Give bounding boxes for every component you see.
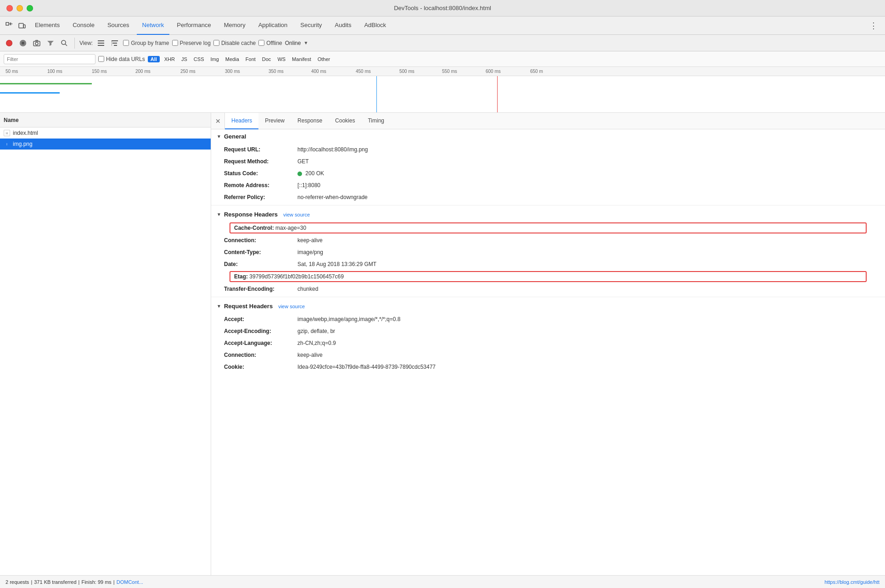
preserve-log-checkbox[interactable]: Preserve log — [172, 40, 211, 46]
request-headers-title: Request Headers — [224, 303, 273, 310]
inspect-icon[interactable] — [4, 20, 15, 31]
group-by-frame-checkbox[interactable]: Group by frame — [123, 40, 169, 46]
maximize-button[interactable] — [27, 5, 33, 11]
file-list-header: Name — [0, 113, 211, 128]
main-content: Name H index.html I img.png ✕ Headers Pr… — [0, 113, 885, 575]
right-link[interactable]: https://blog.cmt/guide/htt — [824, 579, 879, 585]
tick-350ms: 350 ms — [269, 69, 284, 74]
file-row-index[interactable]: H index.html — [0, 128, 211, 139]
status-code-row: Status Code: 200 OK — [211, 167, 885, 179]
tab-memory[interactable]: Memory — [218, 17, 251, 35]
request-url-row: Request URL: http://localhost:8080/img.p… — [211, 144, 885, 155]
timeline-ruler: 50 ms 100 ms 150 ms 200 ms 250 ms 300 ms… — [0, 67, 885, 76]
separator-2: | — [78, 579, 80, 585]
connection-row: Connection: keep-alive — [211, 234, 885, 246]
etag-highlighted-wrapper: Etag: 39799d57396f1bf02b9b1c1506457c69 — [220, 271, 876, 282]
online-dropdown-arrow[interactable]: ▼ — [303, 40, 308, 45]
search-button[interactable] — [59, 38, 70, 49]
filter-css[interactable]: CSS — [192, 55, 206, 63]
screenshot-button[interactable] — [31, 38, 42, 49]
separator-3: | — [113, 579, 115, 585]
tick-650ms: 650 m — [530, 69, 543, 74]
tick-400ms: 400 ms — [311, 69, 326, 74]
dom-content-link[interactable]: DOMCont... — [117, 579, 143, 585]
close-button[interactable] — [6, 5, 13, 11]
etag-row: Etag: 39799d57396f1bf02b9b1c1506457c69 — [230, 271, 867, 282]
file-list-panel: Name H index.html I img.png — [0, 113, 211, 575]
remote-address-row: Remote Address: [::1]:8080 — [211, 179, 885, 191]
tab-preview[interactable]: Preview — [258, 113, 291, 129]
response-view-source[interactable]: view source — [283, 212, 310, 217]
request-view-source[interactable]: view source — [278, 304, 305, 309]
svg-rect-11 — [114, 45, 117, 46]
filter-media[interactable]: Media — [224, 55, 241, 63]
filter-xhr[interactable]: XHR — [162, 55, 177, 63]
accept-row: Accept: image/webp,image/apng,image/*,*/… — [211, 313, 885, 325]
tab-performance[interactable]: Performance — [171, 17, 216, 35]
responsive-icon[interactable] — [17, 20, 28, 31]
tab-security[interactable]: Security — [295, 17, 327, 35]
tab-cookies[interactable]: Cookies — [329, 113, 361, 129]
offline-checkbox[interactable]: Offline — [258, 40, 282, 46]
filter-ws[interactable]: WS — [275, 55, 287, 63]
online-select[interactable]: Online — [285, 40, 301, 46]
detail-close-button[interactable]: ✕ — [211, 113, 225, 129]
timeline-chart — [0, 76, 885, 113]
filter-img[interactable]: Img — [208, 55, 220, 63]
svg-rect-8 — [98, 45, 104, 46]
tab-response[interactable]: Response — [291, 113, 329, 129]
filter-input[interactable] — [4, 54, 95, 64]
cache-control-row: Cache-Control: max-age=30 — [230, 222, 867, 233]
requests-count: 2 requests — [6, 579, 29, 585]
transferred-size: 371 KB transferred — [34, 579, 76, 585]
general-section-header[interactable]: ▼ General — [211, 129, 885, 144]
detail-tabs: ✕ Headers Preview Response Cookies Timin… — [211, 113, 885, 129]
view-label: View: — [79, 40, 93, 46]
timeline-blue-marker — [376, 76, 377, 113]
filter-js[interactable]: JS — [179, 55, 189, 63]
general-title: General — [224, 133, 246, 140]
filter-other[interactable]: Other — [316, 55, 332, 63]
filter-doc[interactable]: Doc — [260, 55, 273, 63]
waterfall-view-button[interactable] — [109, 38, 120, 49]
svg-rect-10 — [112, 43, 117, 44]
timeline-red-marker — [497, 76, 498, 113]
filter-manifest[interactable]: Manifest — [290, 55, 313, 63]
tab-headers[interactable]: Headers — [225, 113, 258, 129]
response-headers-title: Response Headers — [224, 211, 278, 218]
tick-550ms: 550 ms — [442, 69, 457, 74]
filter-button[interactable] — [45, 38, 56, 49]
file-icon-img: I — [4, 141, 10, 147]
tab-application[interactable]: Application — [253, 17, 293, 35]
svg-rect-9 — [112, 40, 118, 41]
filter-font[interactable]: Font — [244, 55, 258, 63]
request-method-row: Request Method: GET — [211, 155, 885, 167]
transfer-encoding-row: Transfer-Encoding: chunked — [211, 283, 885, 295]
more-options-button[interactable]: ⋮ — [866, 21, 881, 31]
request-headers-section[interactable]: ▼ Request Headers view source — [211, 299, 885, 313]
hide-data-urls-checkbox[interactable]: Hide data URLs — [98, 56, 145, 62]
accept-language-row: Accept-Language: zh-CN,zh;q=0.9 — [211, 337, 885, 349]
tick-200ms: 200 ms — [135, 69, 151, 74]
filter-all-badge[interactable]: All — [148, 56, 160, 62]
tab-elements[interactable]: Elements — [29, 17, 65, 35]
tab-sources[interactable]: Sources — [102, 17, 135, 35]
tab-adblock[interactable]: AdBlock — [358, 17, 392, 35]
tab-audits[interactable]: Audits — [329, 17, 357, 35]
general-triangle: ▼ — [217, 134, 221, 139]
response-triangle: ▼ — [217, 212, 221, 217]
disable-cache-checkbox[interactable]: Disable cache — [213, 40, 256, 46]
tab-console[interactable]: Console — [67, 17, 100, 35]
referrer-policy-row: Referrer Policy: no-referrer-when-downgr… — [211, 191, 885, 203]
file-row-img[interactable]: I img.png — [0, 139, 211, 150]
clear-button[interactable] — [17, 38, 28, 49]
req-connection-row: Connection: keep-alive — [211, 349, 885, 361]
record-button[interactable] — [4, 38, 15, 49]
tab-network[interactable]: Network — [137, 17, 170, 35]
minimize-button[interactable] — [17, 5, 23, 11]
response-headers-section[interactable]: ▼ Response Headers view source — [211, 207, 885, 222]
list-view-button[interactable] — [95, 38, 106, 49]
cache-control-highlighted-wrapper: Cache-Control: max-age=30 — [220, 222, 876, 233]
status-green-dot — [297, 172, 302, 176]
tab-timing[interactable]: Timing — [361, 113, 391, 129]
